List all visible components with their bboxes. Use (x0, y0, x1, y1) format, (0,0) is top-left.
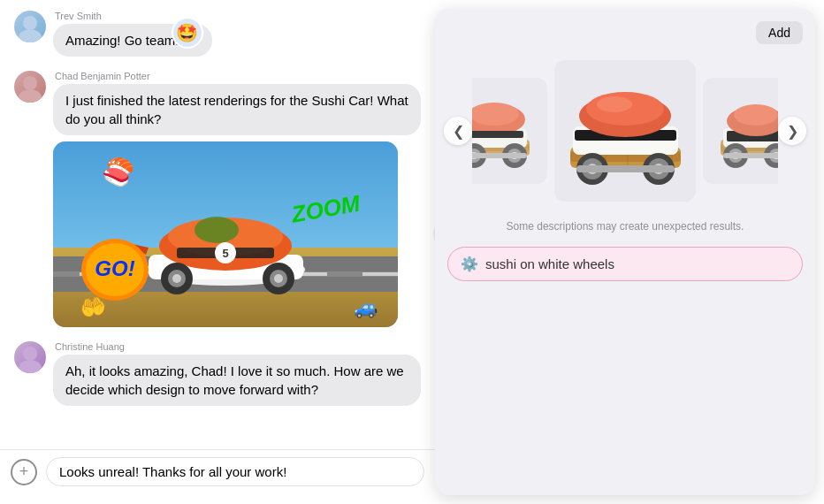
svg-text:🍣: 🍣 (102, 157, 135, 188)
avatar-chad (14, 71, 46, 103)
sender-name-christine: Christine Huang (55, 341, 421, 352)
svg-point-23 (172, 274, 181, 283)
svg-rect-12 (362, 272, 398, 276)
avatar-christine (14, 341, 46, 373)
chevron-left-icon: ❮ (453, 123, 464, 140)
svg-point-72 (597, 96, 632, 112)
message-row-chad: Chad Benjamin Potter I just finished the… (14, 71, 421, 327)
svg-rect-51 (472, 153, 527, 158)
search-input-wrapper: ⚙️ (447, 247, 803, 281)
msg-content-trev: Trev Smith Amazing! Go team! 👏 🤩 (53, 11, 212, 57)
picker-header: Add (435, 9, 815, 51)
message-row-christine: Christine Huang Ah, it looks amazing, Ch… (14, 341, 421, 406)
msg-content-christine: Christine Huang Ah, it looks amazing, Ch… (53, 341, 421, 406)
bubble-chad: I just finished the latest renderings fo… (53, 84, 421, 135)
sticker-picker-panel: Add ❮ (435, 9, 815, 495)
sticker-item-right[interactable] (703, 78, 778, 184)
sushi-car-image-wrapper: 5 GO (53, 141, 421, 327)
chevron-right-icon: ❯ (787, 123, 798, 140)
svg-rect-81 (576, 165, 675, 172)
svg-point-37 (23, 347, 37, 361)
loading-spinner-icon: ⚙️ (461, 256, 478, 272)
sticker-search-input[interactable] (485, 256, 790, 271)
sticker-item-main[interactable] (554, 60, 696, 202)
svg-text:GO!: GO! (95, 256, 134, 280)
sushi-car-image: 5 GO (53, 141, 398, 327)
svg-point-17 (195, 217, 239, 243)
avatar-trev (14, 11, 46, 42)
sticker-items (472, 60, 778, 202)
sticker-carousel: ❮ (435, 51, 815, 216)
message-row-trev: Trev Smith Amazing! Go team! 👏 🤩 (14, 11, 421, 57)
message-area: Trev Smith Amazing! Go team! 👏 🤩 Chad Be… (0, 11, 435, 442)
sticker-item-left[interactable] (472, 78, 547, 184)
svg-point-38 (19, 360, 42, 373)
svg-point-1 (19, 29, 42, 42)
add-image-button[interactable]: Add (756, 21, 803, 44)
svg-rect-44 (472, 131, 523, 138)
chat-panel: Trev Smith Amazing! Go team! 👏 🤩 Chad Be… (0, 0, 435, 504)
svg-rect-94 (723, 153, 778, 158)
message-input[interactable] (46, 457, 424, 486)
svg-text:5: 5 (222, 247, 228, 260)
sender-name-chad: Chad Benjamin Potter (55, 71, 421, 81)
svg-point-2 (23, 76, 37, 90)
svg-point-87 (734, 104, 778, 126)
svg-point-0 (23, 16, 37, 30)
msg-content-chad: Chad Benjamin Potter I just finished the… (53, 71, 421, 327)
svg-point-26 (274, 274, 283, 283)
input-bar: + (0, 449, 435, 493)
carousel-next-button[interactable]: ❯ (778, 117, 806, 145)
svg-text:🚙: 🚙 (354, 295, 378, 319)
add-attachment-button[interactable]: + (11, 459, 37, 485)
svg-point-3 (19, 89, 42, 103)
carousel-prev-button[interactable]: ❮ (444, 117, 472, 145)
disclaimer-text: Some descriptions may create unexpected … (435, 216, 815, 243)
reaction-trev: 🤩 (172, 17, 203, 49)
bubble-christine: Ah, it looks amazing, Chad! I love it so… (53, 355, 421, 406)
